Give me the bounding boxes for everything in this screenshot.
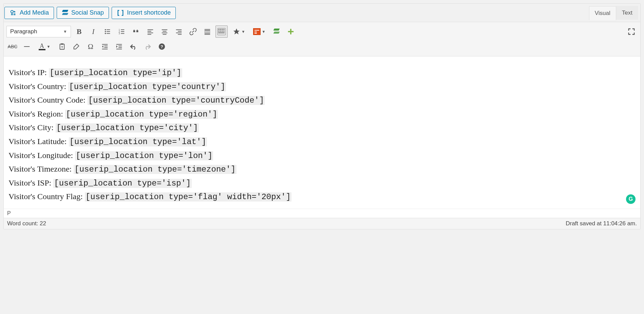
align-center-button[interactable] xyxy=(158,25,171,38)
svg-rect-54 xyxy=(116,44,122,45)
content-line: Visitor's Country Code: [userip_location… xyxy=(8,93,636,107)
undo-icon xyxy=(129,42,137,51)
svg-rect-33 xyxy=(205,34,210,35)
snap-icon xyxy=(273,28,280,35)
redo-icon xyxy=(144,42,152,51)
svg-point-5 xyxy=(105,29,106,31)
toolbar-toggle-button[interactable] xyxy=(215,25,228,38)
svg-rect-1 xyxy=(11,13,13,14)
redo-button[interactable] xyxy=(141,40,154,53)
svg-point-7 xyxy=(105,31,106,32)
svg-rect-32 xyxy=(205,33,210,34)
content-label: Visitor's Timezone: xyxy=(8,164,74,173)
svg-rect-55 xyxy=(118,46,122,46)
media-button-row: Add Media Social Snap Insert shortcode V… xyxy=(4,4,640,22)
bold-button[interactable]: B xyxy=(73,25,85,38)
content-line: Visitor's ISP: [userip_location type='is… xyxy=(8,176,636,190)
element-path-bar[interactable]: P xyxy=(4,209,640,218)
svg-rect-53 xyxy=(102,49,108,49)
toolbar-row-2: ABC A ▼ T Ω xyxy=(6,39,638,54)
read-more-button[interactable] xyxy=(201,25,213,38)
add-element-button[interactable] xyxy=(285,25,297,38)
tab-visual[interactable]: Visual xyxy=(589,6,616,20)
shortcode-text: [userip_location type='region'] xyxy=(65,110,218,119)
svg-text:3: 3 xyxy=(119,32,120,35)
help-icon: ? xyxy=(158,43,166,50)
svg-rect-39 xyxy=(218,31,220,32)
svg-rect-2 xyxy=(11,14,13,15)
editor-toolbar: Paragraph ▼ B I 123 xyxy=(4,22,640,56)
svg-rect-40 xyxy=(220,31,221,32)
strikethrough-button[interactable]: ABC xyxy=(6,40,19,53)
svg-rect-3 xyxy=(14,13,15,14)
italic-button[interactable]: I xyxy=(87,25,99,38)
svg-rect-51 xyxy=(104,46,108,46)
snap-toolbar-button[interactable] xyxy=(270,25,283,38)
text-color-button[interactable]: A ▼ xyxy=(35,40,54,53)
svg-rect-18 xyxy=(148,31,151,32)
status-bar: Word count: 22 Draft saved at 11:04:26 a… xyxy=(4,218,640,229)
svg-rect-12 xyxy=(121,30,124,30)
content-label: Visitor's City: xyxy=(8,123,56,132)
shortcode-text: [userip_location type='flag' width='20px… xyxy=(85,192,291,202)
svg-text:T: T xyxy=(61,46,63,49)
insert-shortcode-button[interactable]: Insert shortcode xyxy=(112,7,176,19)
social-snap-button[interactable]: Social Snap xyxy=(57,7,109,19)
favorite-dropdown-button[interactable]: ▼ xyxy=(230,25,248,38)
shortcode-text: [userip_location type='city'] xyxy=(56,123,199,133)
indent-button[interactable] xyxy=(113,40,125,53)
content-label: Visitor's Region: xyxy=(8,109,65,118)
paste-text-button[interactable]: T xyxy=(56,40,68,53)
svg-rect-43 xyxy=(218,32,225,33)
content-line: Visitor's Country Flag: [userip_location… xyxy=(8,190,636,204)
svg-rect-42 xyxy=(223,31,225,32)
plus-icon xyxy=(287,28,295,35)
format-dropdown[interactable]: Paragraph ▼ xyxy=(6,26,71,37)
shortcode-text: [userip_location type='country'] xyxy=(68,82,226,91)
svg-text:?: ? xyxy=(160,44,163,49)
add-media-button[interactable]: Add Media xyxy=(4,7,54,19)
content-line: Visitor's City: [userip_location type='c… xyxy=(8,121,636,135)
blockquote-button[interactable] xyxy=(130,25,142,38)
align-left-button[interactable] xyxy=(144,25,156,38)
template-dropdown-button[interactable]: ▼ xyxy=(250,25,268,38)
svg-rect-21 xyxy=(162,30,168,30)
content-label: Visitor's Country Flag: xyxy=(8,192,85,201)
svg-rect-36 xyxy=(220,29,221,30)
numbered-list-button[interactable]: 123 xyxy=(116,25,128,38)
content-label: Visitor's Longitude: xyxy=(8,151,75,160)
content-label: Visitor's ISP: xyxy=(8,178,53,187)
undo-button[interactable] xyxy=(127,40,139,53)
special-character-button[interactable]: Ω xyxy=(84,40,97,53)
bullet-list-button[interactable] xyxy=(101,25,114,38)
tab-text[interactable]: Text xyxy=(616,6,638,20)
chevron-down-icon: ▼ xyxy=(242,30,245,34)
clipboard-icon: T xyxy=(58,43,66,50)
content-line: Visitor's Region: [userip_location type=… xyxy=(8,107,636,121)
svg-rect-22 xyxy=(163,31,167,32)
help-button[interactable]: ? xyxy=(156,40,168,53)
svg-rect-8 xyxy=(107,31,110,32)
format-value: Paragraph xyxy=(10,28,37,35)
horizontal-rule-button[interactable] xyxy=(21,40,33,53)
svg-rect-20 xyxy=(148,34,151,35)
align-right-button[interactable] xyxy=(173,25,185,38)
svg-rect-46 xyxy=(24,46,30,47)
editor-content[interactable]: Visitor's IP: [userip_location type='ip'… xyxy=(4,56,640,209)
link-button[interactable] xyxy=(187,25,199,38)
svg-rect-35 xyxy=(218,29,220,30)
shortcode-text: [userip_location type='lat'] xyxy=(69,137,207,146)
svg-rect-19 xyxy=(148,33,153,33)
svg-rect-24 xyxy=(163,34,167,35)
svg-point-9 xyxy=(105,33,106,34)
editor-container: Add Media Social Snap Insert shortcode V… xyxy=(3,3,641,229)
svg-rect-6 xyxy=(107,30,110,30)
outdent-button[interactable] xyxy=(99,40,111,53)
clear-formatting-button[interactable] xyxy=(70,40,82,53)
content-line: Visitor's Country: [userip_location type… xyxy=(8,80,636,94)
shortcode-text: [userip_location type='timezone'] xyxy=(74,165,236,174)
fullscreen-button[interactable] xyxy=(625,25,638,38)
content-line: Visitor's Latitude: [userip_location typ… xyxy=(8,135,636,149)
media-icon xyxy=(10,9,17,17)
grammarly-badge[interactable]: G xyxy=(626,194,636,204)
